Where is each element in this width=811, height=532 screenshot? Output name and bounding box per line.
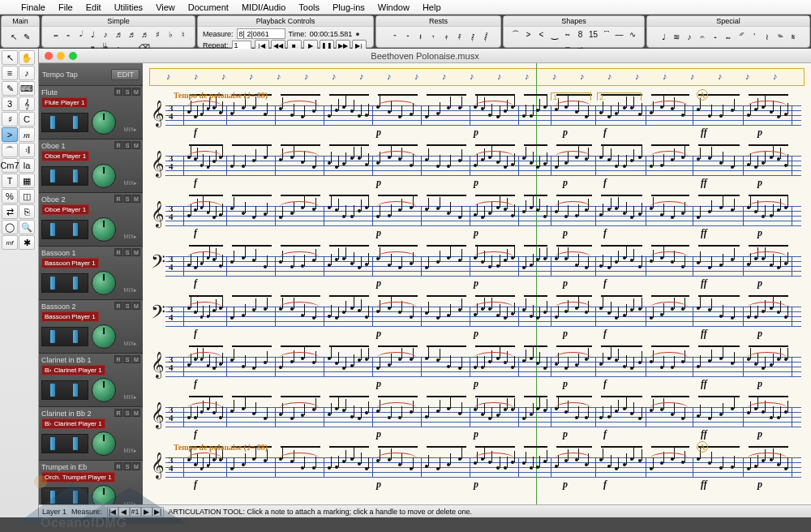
slur[interactable] [474, 352, 514, 358]
tempo-marker[interactable]: ♪ [745, 71, 750, 81]
note-group[interactable] [697, 405, 739, 409]
dynamic-mark[interactable]: ff [701, 328, 707, 340]
dynamic-mark[interactable]: p [474, 428, 478, 440]
slur[interactable] [279, 352, 320, 358]
slur[interactable] [187, 402, 222, 409]
channel-pan-knob[interactable] [92, 164, 116, 188]
note-group[interactable] [697, 305, 739, 308]
menu-document[interactable]: Document [182, 2, 235, 12]
note-group[interactable] [425, 104, 466, 107]
slur[interactable] [555, 151, 591, 157]
note-group[interactable] [425, 154, 466, 157]
channel-m-button[interactable]: M [132, 409, 140, 417]
channel-pan-knob[interactable] [92, 431, 116, 456]
note-group[interactable] [230, 456, 271, 459]
note-group[interactable] [230, 405, 271, 409]
slur[interactable] [474, 302, 514, 308]
note-group[interactable] [697, 204, 739, 208]
special-grace-icon[interactable]: ♪ [684, 32, 695, 43]
rest-eighth-icon[interactable]: 𝄾 [427, 32, 438, 43]
flat-icon[interactable]: ♭ [165, 28, 176, 40]
slur[interactable] [555, 402, 591, 409]
note-group[interactable] [697, 456, 739, 459]
slur[interactable] [187, 101, 222, 107]
channel-fader[interactable] [41, 113, 88, 132]
channel-s-button[interactable]: S [123, 409, 131, 417]
tempo-marker[interactable]: ♪ [414, 71, 419, 81]
note-group[interactable] [328, 255, 368, 258]
rest-32-icon[interactable]: 𝅀 [453, 32, 464, 43]
dynamic-mark[interactable]: p [376, 227, 381, 239]
tempo-marker[interactable]: ♪ [497, 71, 502, 81]
note-group[interactable] [697, 154, 739, 157]
slur[interactable] [650, 201, 689, 208]
menu-edit[interactable]: Edit [79, 2, 108, 12]
channel-fader[interactable] [41, 380, 88, 400]
doc-titlebar[interactable]: Beethoven Polonaise.musx [39, 49, 811, 63]
tempo-marker[interactable]: ♪ [359, 71, 364, 81]
slur[interactable] [474, 402, 514, 409]
tool-zoom[interactable]: 🔍 [19, 220, 35, 234]
note-group[interactable] [328, 456, 368, 459]
dynamic-mark[interactable]: f [603, 277, 607, 290]
tempo-marker[interactable]: ♪ [166, 71, 171, 81]
dynamic-mark[interactable]: p [757, 127, 762, 139]
channel-pan-knob[interactable] [92, 378, 116, 402]
tool-expression[interactable]: 𝆐 [19, 127, 35, 142]
dynamic-mark[interactable]: p [563, 227, 568, 239]
slur[interactable] [376, 453, 417, 459]
slur[interactable] [376, 151, 417, 157]
menu-midiaudio[interactable]: MIDI/Audio [235, 2, 292, 12]
tempo-marker[interactable]: ♪ [635, 71, 640, 81]
tool-chord[interactable]: Cm7 [2, 158, 18, 173]
channel-r-button[interactable]: R [114, 195, 122, 203]
dynamic-mark[interactable]: p [757, 478, 762, 491]
note-group[interactable] [230, 255, 271, 258]
slur[interactable] [279, 402, 320, 409]
slur[interactable] [650, 453, 689, 459]
channel-player[interactable]: Bassoon Player 1 [41, 258, 99, 268]
rest-64-icon[interactable]: 𝅁 [466, 32, 477, 43]
main-tool-2[interactable]: ✎ [21, 32, 32, 43]
dynamic-mark[interactable]: f [194, 227, 197, 239]
special-caesura-icon[interactable]: 𝄓 [736, 32, 747, 43]
tool-staff[interactable]: ≡ [2, 66, 18, 80]
dynamic-mark[interactable]: f [603, 378, 607, 390]
tool-special[interactable]: ✱ [19, 235, 35, 250]
dynamic-mark[interactable]: p [563, 328, 568, 340]
mixer-channel[interactable]: Trumpet in EbRSMOrch. Trumpet Player 1MI… [39, 461, 143, 504]
note-group[interactable] [230, 204, 271, 208]
menu-finale[interactable]: Finale [15, 2, 52, 12]
slur[interactable] [650, 151, 689, 157]
rest-quarter-icon[interactable]: 𝄽 [414, 32, 425, 43]
dynamic-mark[interactable]: f [603, 328, 607, 340]
menu-utilities[interactable]: Utilities [108, 2, 149, 12]
slur[interactable] [747, 101, 787, 107]
shape-8va-icon[interactable]: 8 [575, 28, 586, 40]
menu-plugins[interactable]: Plug-ins [326, 2, 371, 12]
note-group[interactable] [425, 456, 466, 459]
channel-player[interactable]: B♭ Clarinet Player 1 [41, 365, 105, 375]
note-sixteenth-icon[interactable]: ♬ [113, 28, 124, 40]
tool-key[interactable]: ♯ [2, 112, 18, 127]
tempo-text[interactable]: Tempo de polonaise (♩= 88) [174, 91, 268, 100]
mixer-channel[interactable]: Bassoon 1RSMBassoon Player 1MIX▸ [39, 247, 143, 300]
note-group[interactable] [599, 104, 642, 107]
special-pedal-icon[interactable]: 𝆮 [775, 32, 786, 43]
natural-icon[interactable]: ♮ [178, 28, 189, 40]
dynamic-mark[interactable]: p [474, 328, 478, 340]
slur[interactable] [279, 201, 320, 208]
channel-r-button[interactable]: R [114, 141, 122, 149]
note-group[interactable] [522, 305, 547, 308]
tool-measure[interactable]: ◫ [19, 189, 35, 204]
shape-hairpin-icon[interactable]: ⏜ [510, 28, 521, 40]
nav-current[interactable]: #1 [130, 507, 141, 517]
tempo-marker[interactable]: ♪ [690, 71, 695, 81]
tempo-marker[interactable]: ♪ [277, 71, 281, 81]
dynamic-mark[interactable]: p [563, 177, 568, 189]
dynamic-mark[interactable]: p [563, 478, 568, 491]
channel-m-button[interactable]: M [132, 88, 140, 96]
channel-m-button[interactable]: M [132, 302, 140, 310]
slur[interactable] [279, 101, 320, 107]
channel-r-button[interactable]: R [114, 302, 122, 310]
